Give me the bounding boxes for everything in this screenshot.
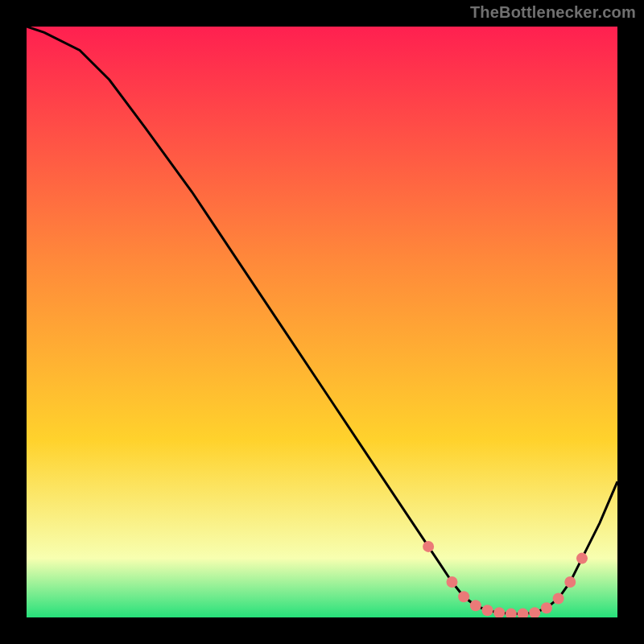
data-marker [564, 576, 576, 588]
data-marker [482, 605, 493, 616]
data-marker [423, 541, 434, 552]
data-marker [576, 553, 588, 564]
data-marker [446, 576, 457, 588]
data-marker [470, 600, 481, 611]
chart-frame: TheBottlenecker.com [0, 0, 644, 644]
data-marker [541, 602, 552, 613]
plot-area [27, 27, 617, 617]
chart-svg [27, 27, 617, 617]
data-marker [553, 593, 564, 605]
data-marker [458, 591, 469, 602]
background-gradient [27, 27, 617, 617]
attribution-text: TheBottlenecker.com [470, 3, 636, 22]
